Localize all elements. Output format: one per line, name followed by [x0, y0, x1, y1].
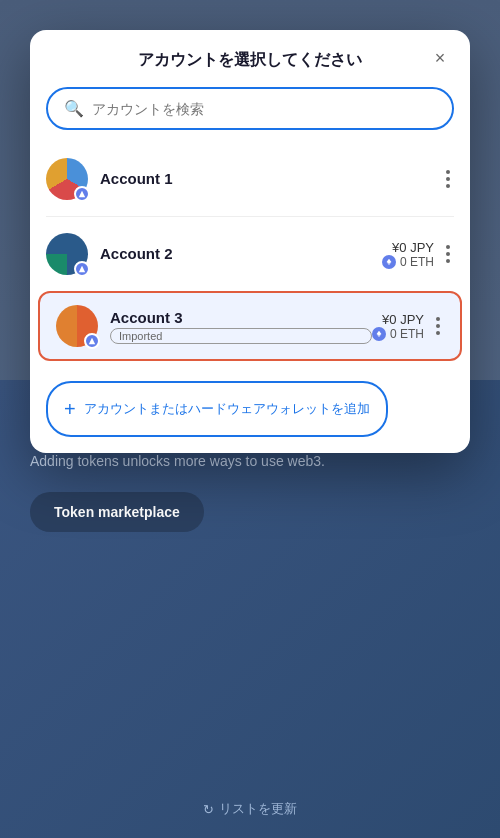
account-menu-2[interactable]: [442, 241, 454, 267]
eth-icon-2: [382, 255, 396, 269]
svg-marker-0: [79, 191, 85, 197]
token-marketplace-button[interactable]: Token marketplace: [30, 492, 204, 532]
account-name-row-1: Account 1: [100, 170, 442, 187]
account-name-row-2: Account 2: [100, 245, 382, 262]
account-name-row-3: Account 3: [110, 309, 372, 326]
account-menu-3[interactable]: [432, 313, 444, 339]
avatar-badge-2: [74, 261, 90, 277]
account-name-2: Account 2: [100, 245, 173, 262]
account-item-2[interactable]: Account 2 ¥0 JPY 0 ETH: [30, 221, 470, 287]
account-info-3: Account 3 Imported: [110, 309, 372, 344]
close-button[interactable]: ×: [426, 45, 454, 73]
imported-badge: Imported: [110, 328, 372, 344]
add-account-button[interactable]: + アカウントまたはハードウェアウォレットを追加: [46, 381, 388, 437]
eth-amount-2: 0 ETH: [400, 255, 434, 269]
balance-jpy-2: ¥0 JPY: [392, 240, 434, 255]
account-name-1: Account 1: [100, 170, 173, 187]
account-item-3[interactable]: Account 3 Imported ¥0 JPY 0 ETH: [38, 291, 462, 361]
tips-text: Adding tokens unlocks more ways to use w…: [30, 451, 470, 472]
account-menu-1[interactable]: [442, 166, 454, 192]
modal-header: アカウントを選択してください ×: [30, 30, 470, 87]
account-name-3: Account 3: [110, 309, 183, 326]
refresh-list[interactable]: ↻ リストを更新: [203, 800, 297, 818]
account-info-2: Account 2: [100, 245, 382, 264]
search-container: 🔍: [30, 87, 470, 142]
svg-marker-4: [89, 338, 95, 344]
search-input-wrapper: 🔍: [46, 87, 454, 130]
search-input[interactable]: [92, 101, 436, 117]
account-info-1: Account 1: [100, 170, 442, 189]
balance-eth-2: 0 ETH: [382, 255, 434, 269]
account-balances-3: ¥0 JPY 0 ETH: [372, 312, 424, 341]
add-plus-icon: +: [64, 395, 76, 423]
modal-title: アカウントを選択してください: [138, 50, 362, 71]
account-item-1[interactable]: Account 1: [30, 146, 470, 212]
divider-1: [46, 216, 454, 217]
balance-jpy-3: ¥0 JPY: [382, 312, 424, 327]
eth-amount-3: 0 ETH: [390, 327, 424, 341]
avatar-1: [46, 158, 88, 200]
avatar-badge-3: [84, 333, 100, 349]
refresh-icon: ↻: [203, 802, 214, 817]
accounts-list: Account 1 Account 2: [30, 142, 470, 369]
balance-eth-3: 0 ETH: [372, 327, 424, 341]
avatar-2: [46, 233, 88, 275]
account-balances-2: ¥0 JPY 0 ETH: [382, 240, 434, 269]
svg-marker-1: [79, 266, 85, 272]
search-icon: 🔍: [64, 99, 84, 118]
avatar-badge-1: [74, 186, 90, 202]
avatar-3: [56, 305, 98, 347]
account-select-modal: アカウントを選択してください × 🔍 Account 1: [30, 30, 470, 453]
add-account-label: アカウントまたはハードウェアウォレットを追加: [84, 400, 370, 418]
refresh-label: リストを更新: [219, 800, 297, 818]
eth-icon-3: [372, 327, 386, 341]
